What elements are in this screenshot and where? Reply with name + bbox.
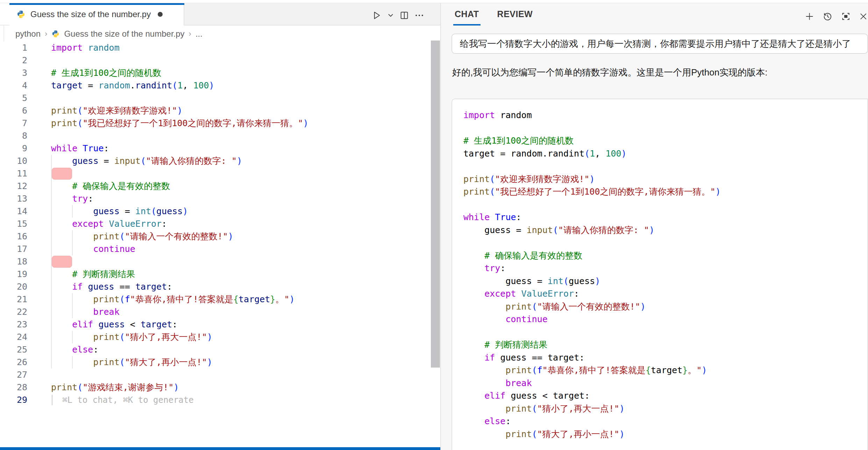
tab-active-file[interactable]: Guess the size of the number.py bbox=[9, 3, 184, 26]
code-token: # 确保输入是有效的整数 bbox=[484, 251, 582, 261]
code-token bbox=[495, 110, 500, 120]
code-token: else bbox=[484, 416, 505, 426]
code-token bbox=[490, 212, 495, 222]
code-token: target bbox=[548, 353, 579, 363]
code-token: ( bbox=[532, 302, 537, 312]
editor-line[interactable]: 13 try: bbox=[0, 193, 440, 205]
ellipsis-icon[interactable] bbox=[414, 10, 425, 21]
code-token: , bbox=[183, 80, 193, 90]
code-token: if bbox=[484, 353, 495, 363]
code-token: : bbox=[93, 344, 98, 355]
code-token: ( bbox=[120, 231, 125, 241]
code-token: guess bbox=[511, 391, 537, 401]
editor-line[interactable]: 26 print("猜大了,再小一点!") bbox=[0, 356, 440, 369]
breadcrumb-file[interactable]: Guess the size of the number.py bbox=[64, 29, 184, 39]
code-token: 。" bbox=[688, 365, 702, 375]
run-icon[interactable] bbox=[371, 10, 382, 21]
editor-line-current[interactable]: 29⌘L to chat, ⌘K to generate bbox=[0, 394, 440, 406]
code-text: try: bbox=[51, 193, 93, 205]
editor-line[interactable]: 3# 生成1到100之间的随机数 bbox=[0, 67, 440, 79]
editor-line[interactable]: 7print("我已经想好了一个1到100之间的数字,请你来猜一猜。") bbox=[0, 117, 440, 130]
code-token bbox=[463, 276, 505, 286]
editor-line[interactable]: 19 # 判断猜测结果 bbox=[0, 268, 440, 281]
code-editor[interactable]: 1import random23# 生成1到100之间的随机数4target =… bbox=[0, 42, 440, 447]
editor-line[interactable]: 10 guess = input("请输入你猜的数字: ") bbox=[0, 155, 440, 167]
expand-icon[interactable] bbox=[841, 11, 851, 22]
breadcrumb-more[interactable]: ... bbox=[195, 29, 202, 39]
editor-line[interactable]: 11 bbox=[0, 167, 440, 180]
editor-line[interactable]: 17 continue bbox=[0, 243, 440, 255]
code-text: if guess == target: bbox=[51, 281, 172, 293]
code-token: ( bbox=[532, 365, 537, 375]
code-token: print bbox=[93, 357, 119, 367]
code-token: : bbox=[104, 143, 109, 153]
line-number: 24 bbox=[0, 331, 27, 343]
line-number: 11 bbox=[0, 167, 27, 180]
editor-line[interactable]: 28print("游戏结束,谢谢参与!") bbox=[0, 381, 440, 394]
editor-scrollbar-thumb[interactable] bbox=[431, 41, 440, 368]
assistant-code: import random# 生成1到100之间的随机数target = ran… bbox=[463, 109, 721, 450]
editor-line[interactable]: 5 bbox=[0, 92, 440, 104]
user-message[interactable]: 给我写一个猜数字大小的游戏，用户每一次猜测，你都需要提示用户猜中了还是猜大了还是… bbox=[451, 34, 868, 54]
code-token: == bbox=[527, 353, 548, 363]
code-token: ) bbox=[640, 302, 646, 312]
history-icon[interactable] bbox=[823, 10, 833, 22]
code-token: ( bbox=[584, 148, 590, 159]
code-token: random bbox=[500, 110, 532, 120]
code-token: guess bbox=[500, 353, 526, 363]
plus-icon[interactable] bbox=[805, 11, 814, 22]
editor-line[interactable]: 12 # 确保输入是有效的整数 bbox=[0, 180, 440, 193]
code-token: # 判断猜测结果 bbox=[72, 269, 135, 279]
code-text: print("请输入一个有效的整数!") bbox=[51, 230, 233, 243]
editor-line[interactable]: 18 bbox=[0, 255, 440, 268]
text-cursor bbox=[52, 395, 52, 405]
code-token: # 判断猜测结果 bbox=[484, 340, 547, 350]
assistant-code-block: import random# 生成1到100之间的随机数target = ran… bbox=[451, 99, 868, 450]
editor-line[interactable]: 22 break bbox=[0, 306, 440, 318]
editor-line[interactable]: 6print("欢迎来到猜数字游戏!") bbox=[0, 104, 440, 117]
editor-line[interactable]: 1import random bbox=[0, 42, 440, 54]
editor-line[interactable]: 24 print("猜小了,再大一点!") bbox=[0, 331, 440, 343]
code-token bbox=[51, 269, 72, 279]
code-token: elif bbox=[72, 319, 93, 329]
line-number: 17 bbox=[0, 243, 27, 255]
breadcrumb-folder[interactable]: python bbox=[15, 29, 41, 39]
editor-line[interactable]: 14 guess = int(guess) bbox=[0, 205, 440, 218]
code-token: target bbox=[239, 294, 270, 304]
editor-line[interactable]: 2 bbox=[0, 54, 440, 67]
code-token: ) bbox=[589, 174, 595, 184]
code-token: ( bbox=[563, 276, 569, 286]
line-number: 26 bbox=[0, 356, 27, 369]
code-token bbox=[51, 181, 72, 191]
code-token: : bbox=[516, 212, 521, 222]
editor-line[interactable]: 4target = random.randint(1, 100) bbox=[0, 79, 440, 92]
editor-line[interactable]: 16 print("请输入一个有效的整数!") bbox=[0, 230, 440, 243]
code-token: ValueError bbox=[521, 289, 574, 299]
code-token: ) bbox=[207, 357, 212, 367]
code-token: True bbox=[495, 212, 516, 222]
chat-code-line: print("猜小了,再大一点!") bbox=[463, 402, 721, 415]
line-number: 16 bbox=[0, 230, 27, 243]
code-token: target bbox=[135, 282, 167, 292]
tab-chat[interactable]: CHAT bbox=[455, 9, 479, 26]
tab-review[interactable]: REVIEW bbox=[497, 9, 533, 26]
editor-line[interactable]: 20 if guess == target: bbox=[0, 281, 440, 293]
editor-line[interactable]: 15 except ValueError: bbox=[0, 218, 440, 230]
unsaved-changes-dot[interactable] bbox=[158, 12, 163, 17]
chevron-down-icon[interactable] bbox=[387, 12, 394, 19]
editor-line[interactable]: 8 bbox=[0, 130, 440, 142]
code-token: if bbox=[72, 282, 83, 292]
whitespace-decoration bbox=[52, 168, 72, 180]
chat-panel-tabs: CHAT REVIEW bbox=[455, 9, 533, 26]
editor-line[interactable]: 23 elif guess < target: bbox=[0, 318, 440, 331]
editor-line[interactable]: 9while True: bbox=[0, 142, 440, 155]
code-token: while bbox=[463, 212, 490, 222]
split-editor-icon[interactable] bbox=[399, 10, 409, 20]
editor-line[interactable]: 25 else: bbox=[0, 343, 440, 356]
close-icon[interactable] bbox=[859, 11, 868, 22]
line-number: 15 bbox=[0, 218, 27, 230]
code-token: print bbox=[51, 118, 77, 128]
chat-code-line bbox=[463, 198, 721, 211]
editor-line[interactable]: 21 print(f"恭喜你,猜中了!答案就是{target}。") bbox=[0, 293, 440, 306]
editor-line[interactable]: 27 bbox=[0, 369, 440, 381]
